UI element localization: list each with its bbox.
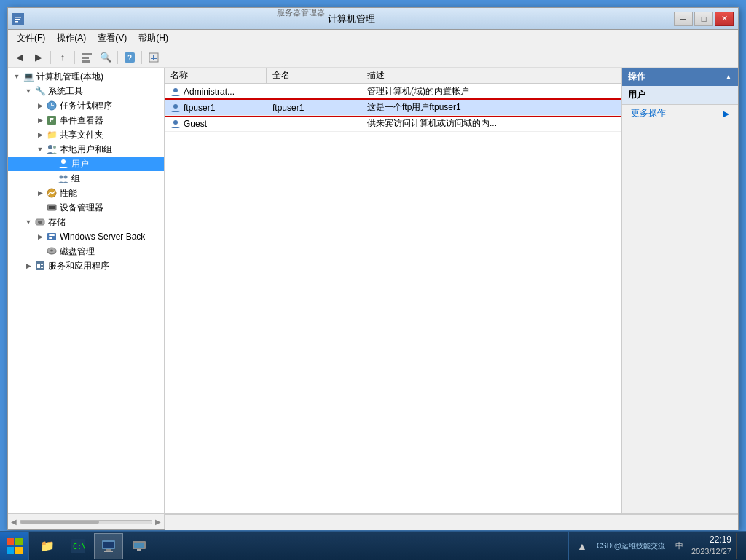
tree-item-storage[interactable]: ▼ 存储 (8, 215, 164, 229)
task-icon (46, 100, 58, 111)
svg-rect-36 (41, 267, 43, 268)
tree-item-device-mgr[interactable]: ▶ 设备管理器 (8, 200, 164, 215)
svg-rect-35 (41, 264, 43, 265)
tree-item-task-scheduler[interactable]: ▶ 任务计划程序 (8, 98, 164, 113)
menu-view[interactable]: 查看(V) (92, 31, 133, 46)
tree-panel[interactable]: ▼ 💻 计算机管理(本地) ▼ 🔧 系统工具 ▶ (8, 68, 165, 513)
toolbar-forward[interactable]: ▶ (30, 50, 47, 66)
minimize-button[interactable]: ─ (674, 12, 693, 26)
svg-point-20 (60, 176, 63, 179)
tree-services-label: 服务和应用程序 (48, 260, 109, 272)
cell-admin-name: Administrat... (165, 85, 267, 98)
tree-system-tools-label: 系统工具 (48, 85, 83, 98)
svg-point-38 (173, 104, 178, 109)
clock-time: 22:19 (691, 534, 731, 546)
tree-scrollbar-area[interactable]: ◀ ▶ (8, 514, 165, 529)
menu-help[interactable]: 帮助(H) (133, 31, 174, 46)
tree-item-local-users[interactable]: ▼ 本地用户和组 (8, 142, 164, 157)
cell-ftp-name: ftpuser1 (165, 101, 267, 114)
tools-icon: 🔧 (34, 85, 46, 97)
toolbar-help[interactable]: ? (121, 50, 138, 66)
tree-item-groups[interactable]: ▶ 组 (8, 171, 164, 186)
svg-rect-43 (106, 549, 111, 551)
tree-expand-local-users[interactable]: ▼ (34, 143, 46, 155)
scroll-right[interactable]: ▶ (155, 518, 161, 526)
tree-expand-services[interactable]: ▶ (23, 260, 34, 272)
col-header-desc[interactable]: 描述 (361, 68, 621, 83)
tree-expand-perf[interactable]: ▶ (34, 187, 46, 199)
svg-rect-4 (82, 53, 92, 55)
tree-root-label: 计算机管理(本地) (36, 71, 103, 83)
tree-expand-root[interactable]: ▼ (11, 71, 23, 82)
admin-user-icon (170, 87, 181, 97)
maximize-button[interactable]: □ (694, 12, 713, 26)
cell-guest-desc: 供来宾访问计算机或访问域的内... (361, 116, 621, 131)
cell-admin-fullname (267, 90, 361, 93)
scroll-left[interactable]: ◀ (11, 518, 17, 526)
action-more[interactable]: 更多操作 ▶ (622, 105, 738, 122)
start-button[interactable] (0, 532, 29, 561)
taskbar-clock[interactable]: 22:19 2023/12/27 (691, 534, 731, 557)
tree-root[interactable]: ▼ 💻 计算机管理(本地) (8, 69, 164, 84)
taskbar-computer-mgmt[interactable] (94, 533, 123, 559)
svg-rect-48 (137, 549, 141, 551)
statusbar (165, 514, 738, 530)
list-row-guest[interactable]: Guest 供来宾访问计算机或访问域的内... (165, 116, 621, 132)
svg-rect-5 (82, 57, 89, 59)
titlebar: 计算机管理 ─ □ ✕ (8, 8, 738, 30)
menu-file[interactable]: 文件(F) (11, 31, 51, 46)
svg-rect-6 (82, 60, 90, 63)
tree-item-services[interactable]: ▶ 服务和应用程序 (8, 259, 164, 273)
tree-item-users[interactable]: ▶ 用户 (8, 157, 164, 171)
toolbar-up[interactable]: ↑ (54, 50, 71, 66)
taskbar-explorer[interactable]: 📁 (33, 533, 62, 559)
tree-item-win-server-back[interactable]: ▶ Windows Server Back (8, 229, 164, 244)
tree-item-system-tools[interactable]: ▼ 🔧 系统工具 (8, 84, 164, 98)
tree-expand-system-tools[interactable]: ▼ (23, 85, 34, 97)
col-header-fullname[interactable]: 全名 (267, 68, 361, 83)
svg-point-37 (173, 88, 178, 92)
toolbar-search[interactable]: 🔍 (97, 50, 114, 66)
show-desktop-btn[interactable] (736, 533, 740, 559)
lang-icon[interactable]: 中 (672, 539, 687, 553)
tree-expand-shared[interactable]: ▶ (34, 129, 46, 141)
menu-action[interactable]: 操作(A) (51, 31, 92, 46)
tree-item-event-viewer[interactable]: ▶ E 事件查看器 (8, 113, 164, 127)
cell-ftp-desc: 这是一个ftp用户ftpuser1 (361, 100, 621, 115)
svg-rect-44 (104, 551, 113, 552)
guest-user-icon (170, 119, 181, 129)
tree-expand-event[interactable]: ▶ (34, 114, 46, 126)
svg-rect-45 (103, 542, 114, 548)
svg-rect-27 (47, 233, 56, 240)
svg-rect-34 (37, 264, 40, 268)
taskbar-network[interactable] (125, 533, 154, 559)
toolbar-back[interactable]: ◀ (11, 50, 28, 66)
folder-icon: 📁 (46, 129, 58, 141)
tree-item-shared-folders[interactable]: ▶ 📁 共享文件夹 (8, 127, 164, 142)
toolbar-show-hide[interactable] (78, 50, 95, 66)
cell-guest-fullname (267, 122, 361, 125)
toolbar-sep1 (50, 51, 51, 64)
list-row-ftpuser1[interactable]: ftpuser1 ftpuser1 这是一个ftp用户ftpuser1 (165, 100, 621, 116)
tree-item-performance[interactable]: ▶ 性能 (8, 186, 164, 200)
taskbar-right: ▲ CSDI@运维技能交流 中 22:19 2023/12/27 (568, 532, 746, 560)
tree-shared-label: 共享文件夹 (60, 129, 103, 141)
notification-chevron[interactable]: ▲ (575, 539, 589, 553)
taskbar-notification-text: CSDI@运维技能交流 (594, 540, 668, 553)
terminal-icon: C:\ (69, 537, 87, 555)
scrollbar-track[interactable] (20, 520, 152, 524)
svg-point-32 (50, 250, 53, 252)
col-header-name[interactable]: 名称 (165, 68, 267, 83)
list-row-admin[interactable]: Administrat... 管理计算机(域)的内置帐户 (165, 84, 621, 100)
tree-expand-task[interactable]: ▶ (34, 100, 46, 111)
close-button[interactable]: ✕ (715, 12, 734, 26)
tree-perf-label: 性能 (60, 187, 77, 200)
content-list[interactable]: 名称 全名 描述 Administrat... 管理计算机(域)的内置帐户 (165, 68, 621, 513)
tree-item-disk-mgmt[interactable]: ▶ 磁盘管理 (8, 244, 164, 259)
toolbar-new[interactable] (145, 50, 162, 66)
clock-date: 2023/12/27 (691, 546, 731, 557)
tree-expand-storage[interactable]: ▼ (23, 216, 34, 228)
users-icon (58, 158, 69, 170)
tree-expand-wsb[interactable]: ▶ (34, 231, 46, 242)
taskbar-terminal[interactable]: C:\ (63, 533, 93, 559)
